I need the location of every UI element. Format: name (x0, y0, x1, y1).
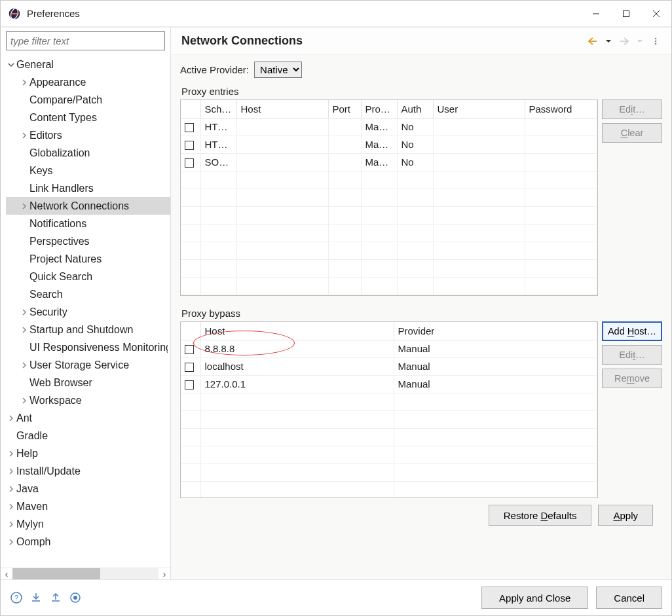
window-title: Preferences (27, 8, 80, 19)
dropdown-icon[interactable] (603, 36, 614, 46)
table-row[interactable]: HT…Ma…No (181, 118, 597, 136)
checkbox[interactable] (185, 345, 194, 354)
tree-node-link-handlers[interactable]: Link Handlers (6, 179, 170, 197)
add-host-button[interactable]: Add Host… (602, 321, 662, 341)
col-user[interactable]: User (433, 100, 525, 118)
chevron-right-icon (19, 395, 29, 406)
apply-and-close-button[interactable]: Apply and Close (481, 587, 588, 609)
dropdown-icon[interactable] (635, 36, 645, 46)
tree-node-globalization[interactable]: Globalization (6, 144, 170, 162)
help-icon[interactable]: ? (10, 591, 23, 604)
table-row-empty (181, 259, 597, 277)
maximize-button[interactable] (611, 1, 641, 27)
tree-node-ui-responsiveness[interactable]: UI Responsiveness Monitoring (6, 338, 170, 356)
table-row[interactable]: SO…Ma…No (181, 153, 597, 171)
tree-node-compare[interactable]: Compare/Patch (6, 91, 170, 109)
table-row-empty (181, 277, 597, 295)
table-row-empty (181, 393, 597, 410)
table-row-empty (181, 171, 597, 189)
tree-node-gradle[interactable]: Gradle (6, 427, 170, 444)
svg-point-12 (73, 596, 77, 600)
col-host[interactable]: Host (236, 100, 328, 118)
tree-node-search[interactable]: Search (6, 285, 170, 303)
preferences-tree[interactable]: General Appearance Compare/Patch Content… (1, 53, 170, 568)
tree-node-user-storage[interactable]: User Storage Service (6, 356, 170, 374)
checkbox[interactable] (185, 380, 194, 390)
table-row-empty (181, 428, 597, 446)
tree-node-general[interactable]: General (6, 56, 170, 73)
export-icon[interactable] (49, 591, 62, 604)
table-row-empty (181, 189, 597, 206)
tree-node-workspace[interactable]: Workspace (6, 391, 170, 409)
checkbox[interactable] (185, 141, 194, 150)
page-title: Network Connections (181, 34, 588, 48)
cancel-button[interactable]: Cancel (596, 587, 662, 609)
scroll-left-icon[interactable]: ‹ (1, 568, 12, 580)
tree-node-content-types[interactable]: Content Types (6, 109, 170, 126)
restore-defaults-button[interactable]: Restore Defaults (489, 505, 592, 526)
tree-node-notifications[interactable]: Notifications (6, 215, 170, 232)
chevron-right-icon (19, 130, 29, 141)
remove-bypass-button[interactable]: Remove (602, 369, 662, 388)
col-bypass-host[interactable]: Host (200, 322, 394, 340)
checkbox[interactable] (185, 158, 194, 168)
col-scheme[interactable]: Sch… (200, 100, 236, 118)
tree-node-perspectives[interactable]: Perspectives (6, 232, 170, 250)
checkbox[interactable] (185, 123, 194, 132)
active-provider-select[interactable]: Native (254, 62, 302, 78)
import-icon[interactable] (29, 591, 43, 604)
tree-node-editors[interactable]: Editors (6, 126, 170, 144)
chevron-right-icon (19, 360, 29, 371)
table-row-empty (181, 242, 597, 259)
col-provider[interactable]: Pro… (361, 100, 397, 118)
proxy-entries-table[interactable]: Sch… Host Port Pro… Auth User Password H… (180, 100, 598, 296)
edit-entry-button[interactable]: Edit… (602, 100, 662, 119)
minimize-button[interactable] (581, 1, 611, 27)
chevron-right-icon (6, 501, 16, 512)
tree-node-java[interactable]: Java (6, 480, 170, 498)
scroll-right-icon[interactable]: › (159, 568, 170, 580)
checkbox[interactable] (185, 363, 194, 372)
tree-node-oomph[interactable]: Oomph (6, 533, 170, 551)
chevron-right-icon (6, 466, 16, 477)
col-port[interactable]: Port (328, 100, 361, 118)
chevron-right-icon (6, 448, 16, 459)
col-auth[interactable]: Auth (397, 100, 433, 118)
chevron-right-icon (6, 484, 16, 494)
tree-node-project-natures[interactable]: Project Natures (6, 250, 170, 268)
back-icon[interactable] (588, 36, 598, 46)
tree-node-mylyn[interactable]: Mylyn (6, 515, 170, 533)
tree-node-security[interactable]: Security (6, 303, 170, 321)
tree-node-keys[interactable]: Keys (6, 162, 170, 179)
tree-node-startup[interactable]: Startup and Shutdown (6, 321, 170, 338)
menu-icon[interactable] (650, 36, 661, 46)
col-password[interactable]: Password (525, 100, 597, 118)
table-row-empty (181, 410, 597, 428)
table-row[interactable]: 127.0.0.1Manual (181, 375, 597, 393)
apply-button[interactable]: Apply (598, 505, 653, 526)
svg-point-8 (655, 43, 657, 45)
tree-node-install[interactable]: Install/Update (6, 462, 170, 480)
tree-node-maven[interactable]: Maven (6, 498, 170, 515)
edit-bypass-button[interactable]: Edit… (602, 345, 662, 365)
record-icon[interactable] (69, 591, 82, 604)
tree-hscroll[interactable]: ‹ › (1, 568, 170, 579)
tree-node-network-connections[interactable]: Network Connections (6, 197, 170, 215)
proxy-bypass-table[interactable]: Host Provider 8.8.8.8ManuallocalhostManu… (180, 321, 598, 498)
table-row[interactable]: HT…Ma…No (181, 136, 597, 153)
table-row[interactable]: 8.8.8.8Manual (181, 340, 597, 357)
tree-node-appearance[interactable]: Appearance (6, 73, 170, 91)
forward-icon[interactable] (619, 36, 629, 46)
clear-entry-button[interactable]: Clear (602, 123, 662, 143)
tree-node-web-browser[interactable]: Web Browser (6, 374, 170, 391)
filter-input[interactable] (6, 31, 165, 50)
col-bypass-provider[interactable]: Provider (394, 322, 597, 340)
chevron-right-icon (6, 537, 16, 547)
svg-rect-3 (624, 10, 629, 16)
tree-node-help[interactable]: Help (6, 444, 170, 462)
table-row[interactable]: localhostManual (181, 357, 597, 375)
table-row-empty (181, 206, 597, 224)
tree-node-ant[interactable]: Ant (6, 409, 170, 427)
close-button[interactable] (641, 1, 671, 27)
tree-node-quick-search[interactable]: Quick Search (6, 268, 170, 285)
